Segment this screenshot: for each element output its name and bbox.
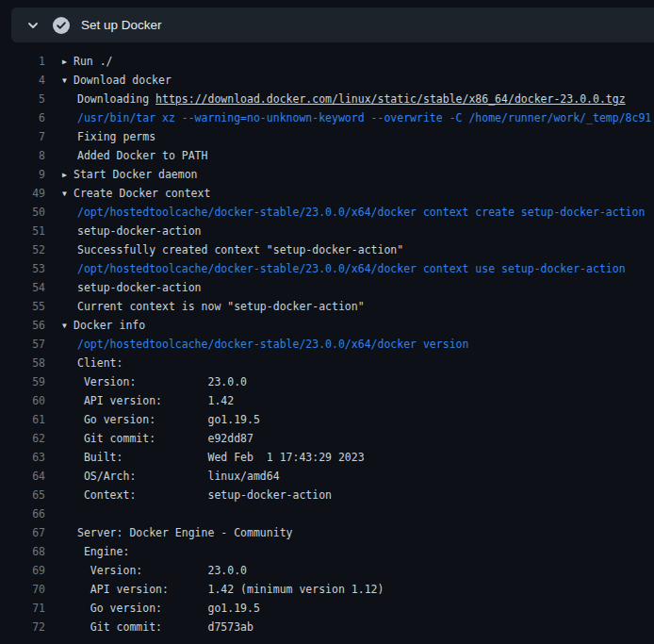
log-line: 67Server: Docker Engine - Community	[0, 523, 654, 542]
log-text: API version: 1.42 (minimum version 1.12)	[77, 583, 384, 596]
log-text-line: Client:	[77, 354, 123, 372]
line-number[interactable]: 64	[0, 467, 45, 486]
line-number[interactable]: 57	[0, 335, 45, 354]
log-text-line: Added Docker to PATH	[77, 146, 207, 165]
step-title: Set up Docker	[81, 18, 162, 32]
line-number[interactable]: 62	[0, 429, 45, 448]
triangle-down-icon: ▼	[62, 72, 74, 91]
line-number[interactable]: 50	[0, 203, 45, 222]
command-line: /usr/bin/tar xz --warning=no-unknown-key…	[77, 108, 651, 127]
line-number[interactable]: 56	[0, 316, 45, 335]
line-number[interactable]: 72	[0, 618, 45, 636]
log-text: Version: 23.0.0	[77, 564, 247, 577]
log-text-line: Successfully created context "setup-dock…	[77, 240, 403, 259]
line-number[interactable]: 1	[0, 52, 45, 71]
group-label: Start Docker daemon	[74, 168, 198, 181]
log-line: 53/opt/hostedtoolcache/docker-stable/23.…	[0, 259, 654, 278]
log-line: 72 Git commit: d7573ab	[0, 618, 654, 636]
line-number[interactable]: 49	[0, 184, 45, 203]
log-line: 60 API version: 1.42	[0, 391, 654, 410]
log-line: 8Added Docker to PATH	[0, 146, 654, 165]
log-line: 9▶Start Docker daemon	[0, 165, 654, 184]
line-number[interactable]: 69	[0, 561, 45, 580]
command-text: /opt/hostedtoolcache/docker-stable/23.0.…	[77, 206, 645, 219]
log-text-line: Git commit: e92dd87	[77, 429, 253, 448]
log-line: 1▶Run ./	[0, 52, 654, 71]
log-text-line: Engine:	[77, 542, 129, 561]
line-number[interactable]: 65	[0, 486, 45, 504]
line-number[interactable]: 58	[0, 354, 45, 372]
collapse-step-button[interactable]	[21, 13, 45, 38]
log-line: 57/opt/hostedtoolcache/docker-stable/23.…	[0, 335, 654, 354]
line-number[interactable]: 4	[0, 71, 45, 90]
line-number[interactable]: 52	[0, 240, 45, 259]
line-number[interactable]: 60	[0, 391, 45, 410]
log-line: 55Current context is now "setup-docker-a…	[0, 297, 654, 316]
log-text: API version: 1.42	[77, 394, 234, 407]
line-number[interactable]: 59	[0, 372, 45, 391]
log-link[interactable]: https://download.docker.com/linux/static…	[155, 92, 626, 106]
line-number[interactable]: 63	[0, 448, 45, 467]
log-group-header[interactable]: ▼Download docker	[62, 71, 172, 90]
line-number[interactable]: 53	[0, 259, 45, 278]
log-text-line: Downloading https://download.docker.com/…	[77, 90, 626, 108]
line-number[interactable]: 9	[0, 165, 45, 184]
log-text: Git commit: d7573ab	[77, 620, 253, 634]
line-number[interactable]: 70	[0, 580, 45, 599]
log-text-line: Current context is now "setup-docker-act…	[77, 297, 365, 316]
log-line: 64 OS/Arch: linux/amd64	[0, 467, 654, 486]
group-label: Download docker	[74, 74, 172, 87]
line-number[interactable]: 61	[0, 410, 45, 429]
log-group-header[interactable]: ▼Create Docker context	[62, 184, 210, 203]
line-number[interactable]: 71	[0, 599, 45, 618]
log-text-line: Go version: go1.19.5	[77, 599, 260, 618]
log-line: 49▼Create Docker context	[0, 184, 654, 203]
group-label: Docker info	[74, 319, 145, 332]
line-number[interactable]: 67	[0, 523, 45, 542]
log-group-header[interactable]: ▶Run ./	[62, 52, 113, 71]
log-text-line: Git commit: d7573ab	[77, 618, 253, 636]
log-line: 5Downloading https://download.docker.com…	[0, 90, 654, 108]
log-group-header[interactable]: ▶Start Docker daemon	[62, 165, 198, 184]
log-line: 56▼Docker info	[0, 316, 654, 335]
log-text-line: Fixing perms	[77, 127, 155, 146]
log-text-line: Version: 23.0.0	[77, 561, 247, 580]
log-text: OS/Arch: linux/amd64	[77, 470, 280, 483]
log-line: 54setup-docker-action	[0, 278, 654, 297]
log-text-line: Go version: go1.19.5	[77, 410, 260, 429]
log-text: setup-docker-action	[77, 281, 202, 294]
line-number[interactable]: 66	[0, 504, 45, 523]
log-group-header[interactable]: ▼Docker info	[62, 316, 145, 335]
log-text-line: Built: Wed Feb 1 17:43:29 2023	[77, 448, 365, 467]
line-number[interactable]: 6	[0, 108, 45, 127]
log-text: Go version: go1.19.5	[77, 413, 260, 426]
log-lines: 1▶Run ./4▼Download docker5Downloading ht…	[0, 52, 654, 636]
log-text-line: Version: 23.0.0	[77, 372, 247, 391]
line-number[interactable]: 5	[0, 90, 45, 108]
log-line: 50/opt/hostedtoolcache/docker-stable/23.…	[0, 203, 654, 222]
log-line: 7Fixing perms	[0, 127, 654, 146]
line-number[interactable]: 54	[0, 278, 45, 297]
log-text: Server: Docker Engine - Community	[77, 526, 292, 539]
log-text-line: Server: Docker Engine - Community	[77, 523, 292, 542]
log-text-line: setup-docker-action	[77, 278, 202, 297]
command-line: /opt/hostedtoolcache/docker-stable/23.0.…	[77, 203, 645, 222]
chevron-down-icon	[26, 19, 40, 32]
log-text: Current context is now "setup-docker-act…	[77, 300, 365, 313]
log-text: Context: setup-docker-action	[77, 488, 332, 502]
log-line: 51setup-docker-action	[0, 222, 654, 240]
triangle-down-icon: ▼	[62, 317, 74, 336]
log-text: Engine:	[77, 545, 129, 558]
line-number[interactable]: 8	[0, 146, 45, 165]
line-number[interactable]: 68	[0, 542, 45, 561]
log-line: 52Successfully created context "setup-do…	[0, 240, 654, 259]
log-text: Downloading	[77, 92, 155, 106]
log-line: 58Client:	[0, 354, 654, 372]
line-number[interactable]: 7	[0, 127, 45, 146]
triangle-right-icon: ▶	[62, 166, 74, 185]
line-number[interactable]: 55	[0, 297, 45, 316]
step-header[interactable]: Set up Docker	[11, 8, 654, 42]
log-text: setup-docker-action	[77, 224, 202, 238]
log-line: 4▼Download docker	[0, 71, 654, 90]
line-number[interactable]: 51	[0, 222, 45, 240]
